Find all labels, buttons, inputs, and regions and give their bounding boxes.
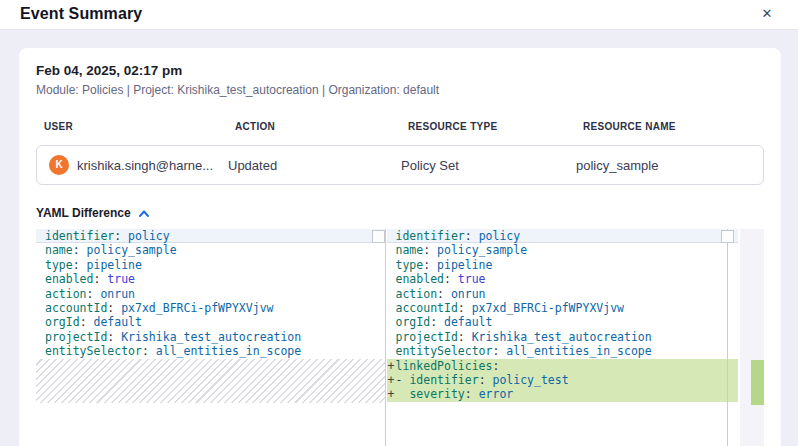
event-summary-card: Feb 04, 2025, 02:17 pm Module: Policies … <box>19 48 781 446</box>
diff-added-prefix: + <box>388 387 395 402</box>
diff-pane-modified[interactable]: identifier: policyname: policy_sampletyp… <box>387 229 739 446</box>
code-line: action: onrun <box>387 287 739 301</box>
collapsed-region-hatch <box>36 359 385 403</box>
code-line: entitySelector: all_entities_in_scope <box>387 344 739 358</box>
page-title: Event Summary <box>20 5 142 23</box>
col-user: USER <box>44 121 235 132</box>
code-line: identifier: policy <box>36 229 385 243</box>
right-scrollbar-thumb[interactable] <box>721 230 734 243</box>
code-line: enabled: true <box>36 272 385 286</box>
event-context: Module: Policies | Project: Krishika_tes… <box>36 83 764 97</box>
code-line: enabled: true <box>387 272 739 286</box>
user-cell: K krishika.singh@harne... <box>37 155 228 175</box>
code-line: orgId: default <box>387 315 739 329</box>
code-line: orgId: default <box>36 315 385 329</box>
chevron-up-icon <box>138 209 150 218</box>
action-cell: Updated <box>228 158 401 173</box>
diff-added-prefix: + <box>388 359 395 374</box>
code-line: identifier: policy <box>387 229 739 243</box>
code-line: type: pipeline <box>387 258 739 272</box>
added-lines-marker <box>751 360 764 405</box>
table-header: USER ACTION RESOURCE TYPE RESOURCE NAME <box>36 121 764 132</box>
code-line: +linkedPolicies: <box>387 359 739 373</box>
resource-type-cell: Policy Set <box>401 158 576 173</box>
code-line: name: policy_sample <box>387 243 739 257</box>
yaml-difference-label: YAML Difference <box>36 206 131 220</box>
close-icon[interactable]: ✕ <box>758 5 776 23</box>
diff-added-prefix: + <box>388 373 395 388</box>
avatar: K <box>49 155 69 175</box>
code-line: + severity: error <box>387 387 739 401</box>
modified-code: identifier: policyname: policy_sampletyp… <box>387 229 739 402</box>
col-resource-name: RESOURCE NAME <box>583 121 764 132</box>
modal-header: Event Summary ✕ <box>0 0 798 30</box>
code-line: accountId: px7xd_BFRCi-pfWPYXVjvw <box>36 301 385 315</box>
code-line: name: policy_sample <box>36 243 385 257</box>
code-line: entitySelector: all_entities_in_scope <box>36 344 385 358</box>
user-email: krishika.singh@harne... <box>77 158 213 173</box>
code-line: type: pipeline <box>36 258 385 272</box>
code-line: +- identifier: policy_test <box>387 373 739 387</box>
code-line: projectId: Krishika_test_autocreation <box>387 330 739 344</box>
code-line: action: onrun <box>36 287 385 301</box>
diff-pane-original[interactable]: identifier: policyname: policy_sampletyp… <box>36 229 386 446</box>
table-row: K krishika.singh@harne... Updated Policy… <box>36 145 764 185</box>
code-line: projectId: Krishika_test_autocreation <box>36 330 385 344</box>
pane-divider <box>727 229 728 446</box>
yaml-difference-toggle[interactable]: YAML Difference <box>36 206 764 220</box>
diff-overview-ruler[interactable] <box>740 229 764 446</box>
col-action: ACTION <box>235 121 408 132</box>
yaml-diff-editor: identifier: policyname: policy_sampletyp… <box>36 229 764 446</box>
resource-name-cell: policy_sample <box>576 158 763 173</box>
left-scrollbar-thumb[interactable] <box>372 230 385 243</box>
col-resource-type: RESOURCE TYPE <box>408 121 583 132</box>
code-line: accountId: px7xd_BFRCi-pfWPYXVjvw <box>387 301 739 315</box>
event-timestamp: Feb 04, 2025, 02:17 pm <box>36 63 764 78</box>
original-code: identifier: policyname: policy_sampletyp… <box>36 229 385 359</box>
